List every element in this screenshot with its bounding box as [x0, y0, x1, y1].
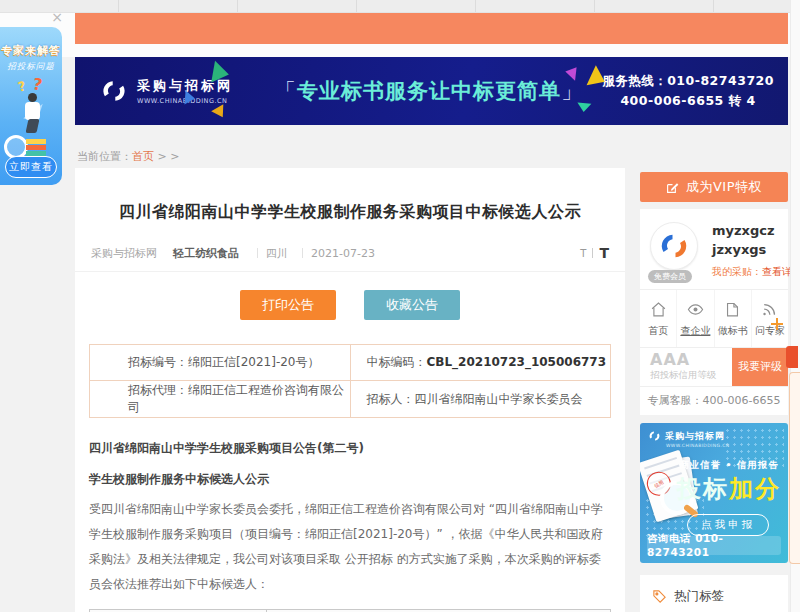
plus-sparkle-decor [771, 318, 783, 330]
my-posts: 我的采贴：查看详情 [712, 265, 778, 279]
username: myzxgczjzxyxgs [712, 222, 778, 260]
edit-square-icon [666, 181, 679, 194]
font-control-divider [592, 248, 593, 258]
slogan-text: 专业标书服务让中标更简单 [297, 79, 561, 103]
home-icon [650, 301, 667, 318]
tenderee-cell: 招标人：四川省绵阳南山中学家长委员会 [350, 381, 611, 418]
site-banner[interactable]: 采购与招标网 WWW.CHINABIDDING.CN 「专业标书服务让中标更简单… [75, 57, 788, 125]
table-row: 招标编号：绵阳正信[2021]-20号） 中标编码：CBL_20210723_1… [90, 345, 611, 381]
font-smaller-button[interactable]: T [580, 248, 586, 259]
cell-label: 招标编号： [128, 355, 188, 369]
page-title: 四川省绵阳南山中学学生校服制作服务采购项目中标候选人公示 [97, 202, 603, 223]
chinabidding-logo-icon [99, 78, 129, 104]
doc-heading-1: 四川省绵阳南山中学学生校服采购项目公告(第二号) [89, 440, 611, 457]
chinabidding-logo-icon [659, 231, 689, 261]
nav-label: 查企业 [677, 324, 713, 338]
breadcrumb: 当前位置：首页 > > [77, 149, 179, 164]
red-envelope-float[interactable] [786, 346, 798, 368]
article-actions: 打印公告 收藏公告 [75, 290, 625, 320]
ad-headline: 投标加分 [677, 473, 781, 505]
sidebar-item-company-search[interactable]: 查企业 [677, 290, 714, 347]
ad-headline-part1: 投标 [677, 475, 729, 503]
article-card: 四川省绵阳南山中学学生校服制作服务采购项目中标候选人公示 采购与招标网 轻工纺织… [75, 168, 625, 612]
promo-subtitle: 招投标问题 [0, 61, 62, 73]
triangle-decor-blue [184, 91, 195, 106]
service-phone: 400-006-6655 [703, 394, 781, 407]
article-meta: 采购与招标网 轻工纺织食品 四川 2021-07-23 T T [91, 245, 609, 261]
hotline-secondary: 400-006-6655 转 4 [602, 93, 774, 110]
my-posts-label: 我的采贴： [712, 266, 762, 277]
cell-label: 中标编码： [367, 355, 427, 369]
meta-divider [75, 271, 625, 272]
font-size-controls: T T [580, 245, 609, 261]
cell-label: 招标代理： [128, 383, 188, 397]
hotline-primary: 服务热线：010-82743720 [602, 73, 774, 90]
document-icon [724, 301, 741, 318]
ad-logo: 采购与招标网 [648, 430, 725, 443]
cell-value: CBL_20210723_105006773 [427, 355, 607, 369]
sidebar-item-make-bid-doc[interactable]: 做标书 [715, 290, 752, 347]
agent-cell: 招标代理：绵阳正信工程造价咨询有限公司 [90, 381, 351, 418]
meta-category: 轻工纺织食品 [173, 246, 239, 261]
tag-icon [652, 589, 667, 604]
doc-heading-2: 学生校服制作服务中标候选人公示 [89, 471, 611, 488]
clipped-float-widget[interactable] [789, 372, 800, 564]
vip-button-label: 成为VIP特权 [686, 178, 762, 196]
user-info: myzxgczjzxyxgs 我的采贴：查看详情 [712, 222, 778, 279]
triangle-decor-green2 [577, 102, 592, 112]
sidebar: 成为VIP特权 免费会员 myzxgczjzxyxgs 我的采贴：查看详情 首页 [640, 172, 788, 612]
ad-headline-part2: 加分 [729, 475, 781, 503]
favorite-notice-button[interactable]: 收藏公告 [364, 290, 460, 320]
view-now-button[interactable]: 立即查看 [5, 156, 57, 178]
chinabidding-logo-icon [648, 430, 661, 442]
meta-separator [302, 248, 303, 258]
request-rating-button[interactable]: 我要评级 [732, 348, 788, 386]
membership-badge: 免费会员 [648, 270, 692, 283]
dedicated-service-line: 专属客服：400-006-6655 [640, 386, 788, 415]
banner-slogan: 「专业标书服务让中标更简单」 [275, 77, 583, 105]
hot-tags-block: 热门标签 [640, 575, 788, 612]
doc-paragraph: 受四川省绵阳南山中学家长委员会委托，绵阳正信工程造价咨询有限公司对 “四川省绵阳… [89, 497, 611, 597]
hot-tags-title: 热门标签 [674, 588, 724, 605]
top-ad-bar[interactable] [75, 13, 788, 44]
avatar[interactable]: 免费会员 [650, 222, 706, 279]
slogan-bracket-right: 」 [561, 79, 583, 103]
triangle-decor-gold [211, 104, 229, 121]
breadcrumb-home-link[interactable]: 首页 [132, 150, 154, 163]
bid-bonus-ad[interactable]: 采购与招标网 WWW.CHINABIDDING.CN 信用 商业信誉 • 信用报… [640, 423, 788, 563]
slogan-bracket-left: 「 [275, 79, 297, 103]
close-icon[interactable]: × [50, 10, 64, 24]
breadcrumb-trail: > > [158, 150, 180, 163]
print-notice-button[interactable]: 打印公告 [240, 290, 336, 320]
question-mark-decor: ? [31, 74, 43, 94]
promo-title: 专家来解答 [0, 43, 62, 58]
ad-logo-url: WWW.CHINABIDDING.CN [666, 443, 730, 448]
font-larger-button[interactable]: T [599, 245, 609, 261]
browser-edge-strip [0, 0, 800, 13]
expert-promo-float[interactable]: 专家来解答 招投标问题 ? ? 立即查看 [0, 27, 62, 185]
win-code-cell: 中标编码：CBL_20210723_105006773 [350, 345, 611, 381]
ad-logo-name: 采购与招标网 [665, 430, 725, 443]
question-mark-decor: ? [16, 78, 27, 94]
credit-rating-block: AAA 招投标信用等级 我要评级 [640, 347, 788, 386]
breadcrumb-label: 当前位置： [77, 150, 132, 163]
banner-hotline: 服务热线：010-82743720 400-006-6655 转 4 [602, 73, 774, 110]
meta-date: 2021-07-23 [311, 247, 375, 260]
tender-info-table: 招标编号：绵阳正信[2021]-20号） 中标编码：CBL_20210723_1… [89, 344, 611, 418]
user-card: 免费会员 myzxgczjzxyxgs 我的采贴：查看详情 [640, 209, 788, 289]
ad-tagline: 商业信誉 • 信用报告 [679, 459, 779, 472]
sidebar-item-home[interactable]: 首页 [640, 290, 677, 347]
signal-icon [761, 301, 778, 318]
credit-grade-desc: 招投标信用等级 [650, 369, 732, 382]
eye-icon [687, 301, 704, 318]
person-illustration [26, 119, 40, 133]
become-vip-button[interactable]: 成为VIP特权 [640, 172, 788, 202]
tender-no-cell: 招标编号：绵阳正信[2021]-20号） [90, 345, 351, 381]
cell-value: 四川省绵阳南山中学家长委员会 [415, 392, 583, 406]
nav-label: 做标书 [715, 324, 751, 338]
credit-grade: AAA [650, 351, 732, 369]
meta-region: 四川 [266, 246, 288, 261]
cell-label: 招标人： [367, 392, 415, 406]
books-decor [26, 139, 46, 144]
cell-value: 绵阳正信[2021]-20号） [188, 355, 320, 369]
